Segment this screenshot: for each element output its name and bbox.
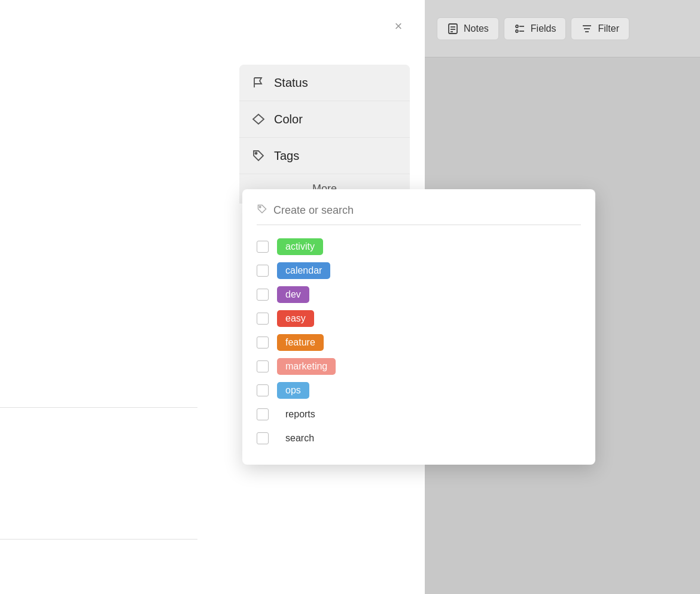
tag-checkbox-calendar[interactable] — [257, 265, 269, 277]
tag-checkbox-activity[interactable] — [257, 241, 269, 253]
filter-panel: Status Color Tags More — [239, 65, 410, 204]
tag-row: ops — [257, 378, 581, 402]
tag-badge-feature[interactable]: feature — [277, 334, 324, 351]
tag-badge-ops[interactable]: ops — [277, 382, 309, 399]
filter-label: Filter — [598, 23, 619, 34]
tag-checkbox-ops[interactable] — [257, 384, 269, 396]
tag-row: dev — [257, 283, 581, 307]
tag-checkbox-search[interactable] — [257, 432, 269, 444]
tag-icon — [251, 148, 266, 163]
svg-point-5 — [516, 30, 518, 32]
bg-divider-1 — [0, 407, 197, 408]
fields-button[interactable]: Fields — [504, 17, 567, 40]
tag-checkbox-reports[interactable] — [257, 408, 269, 420]
fields-label: Fields — [531, 23, 556, 34]
tag-badge-search[interactable]: search — [277, 430, 322, 447]
tags-panel: activitycalendardeveasyfeaturemarketingo… — [242, 189, 595, 465]
tags-search-row — [257, 204, 581, 225]
tag-badge-activity[interactable]: activity — [277, 238, 323, 255]
tag-badge-reports[interactable]: reports — [277, 406, 324, 423]
filter-item-color[interactable]: Color — [239, 101, 410, 138]
tag-row: calendar — [257, 259, 581, 283]
tag-row: activity — [257, 235, 581, 259]
tag-row: reports — [257, 402, 581, 426]
tag-row: easy — [257, 307, 581, 331]
notes-button[interactable]: Notes — [437, 17, 499, 40]
svg-marker-11 — [253, 114, 264, 124]
flag-icon — [251, 75, 266, 90]
tags-search-input[interactable] — [273, 204, 581, 217]
tag-badge-easy[interactable]: easy — [277, 310, 314, 327]
close-button[interactable]: × — [389, 17, 408, 36]
tag-checkbox-easy[interactable] — [257, 313, 269, 325]
color-label: Color — [274, 113, 303, 126]
search-tag-icon — [257, 204, 267, 217]
svg-point-12 — [255, 153, 257, 154]
tags-label: Tags — [274, 149, 299, 163]
diamond-icon — [251, 112, 266, 126]
tag-badge-calendar[interactable]: calendar — [277, 262, 330, 279]
svg-point-13 — [260, 207, 261, 208]
tag-checkbox-marketing[interactable] — [257, 360, 269, 372]
tags-list: activitycalendardeveasyfeaturemarketingo… — [257, 235, 581, 450]
tag-checkbox-feature[interactable] — [257, 337, 269, 348]
fields-icon — [514, 23, 526, 35]
tag-row: search — [257, 426, 581, 450]
tag-badge-marketing[interactable]: marketing — [277, 358, 336, 375]
filter-item-tags[interactable]: Tags — [239, 138, 410, 174]
toolbar: Notes Fields Filter — [425, 0, 700, 57]
tag-row: feature — [257, 331, 581, 354]
filter-icon — [581, 23, 593, 35]
status-label: Status — [274, 76, 308, 90]
bg-divider-2 — [0, 539, 197, 540]
tag-row: marketing — [257, 354, 581, 378]
filter-button[interactable]: Filter — [571, 17, 629, 40]
notes-icon — [447, 23, 459, 35]
filter-item-status[interactable]: Status — [239, 65, 410, 101]
tag-badge-dev[interactable]: dev — [277, 286, 309, 303]
svg-point-4 — [516, 25, 518, 28]
tag-checkbox-dev[interactable] — [257, 289, 269, 301]
notes-label: Notes — [464, 23, 489, 34]
